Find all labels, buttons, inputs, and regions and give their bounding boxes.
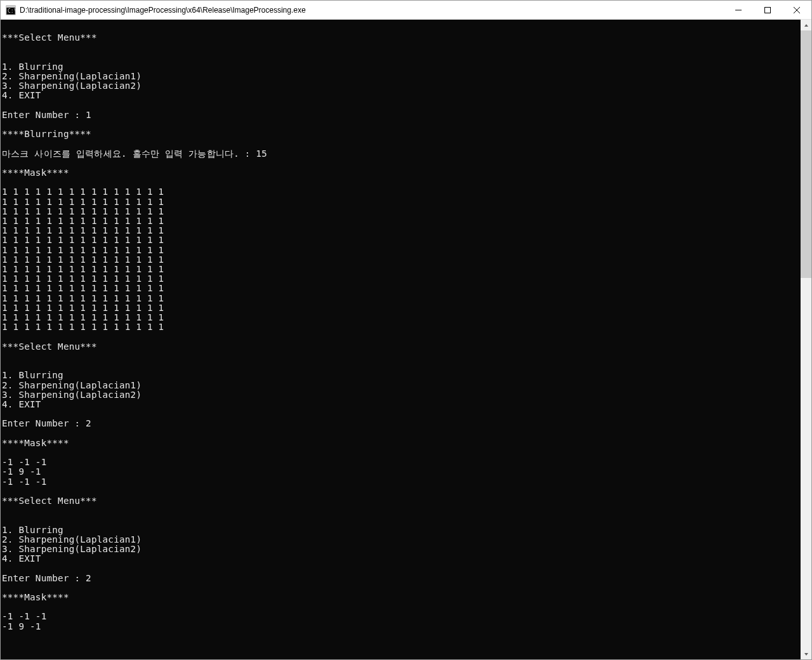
svg-rect-1: [6, 6, 15, 8]
close-button[interactable]: [782, 1, 811, 19]
window-title: D:\traditional-image-processing\ImagePro…: [20, 6, 724, 15]
svg-text:C:\: C:\: [8, 8, 16, 14]
svg-rect-4: [765, 7, 771, 13]
console-window: C:\ D:\traditional-image-processing\Imag…: [0, 0, 812, 660]
svg-marker-8: [804, 653, 808, 656]
svg-marker-7: [804, 24, 808, 27]
titlebar[interactable]: C:\ D:\traditional-image-processing\Imag…: [1, 1, 811, 20]
scroll-down-arrow[interactable]: [801, 649, 811, 659]
app-icon: C:\: [6, 5, 16, 15]
console-output[interactable]: ***Select Menu*** 1. Blurring 2. Sharpen…: [1, 20, 801, 659]
scroll-thumb[interactable]: [801, 30, 811, 278]
maximize-button[interactable]: [753, 1, 782, 19]
console-area: ***Select Menu*** 1. Blurring 2. Sharpen…: [1, 20, 811, 659]
scroll-track[interactable]: [801, 30, 811, 649]
vertical-scrollbar[interactable]: [801, 20, 811, 659]
scroll-up-arrow[interactable]: [801, 20, 811, 30]
minimize-button[interactable]: [724, 1, 753, 19]
window-controls: [724, 1, 811, 19]
